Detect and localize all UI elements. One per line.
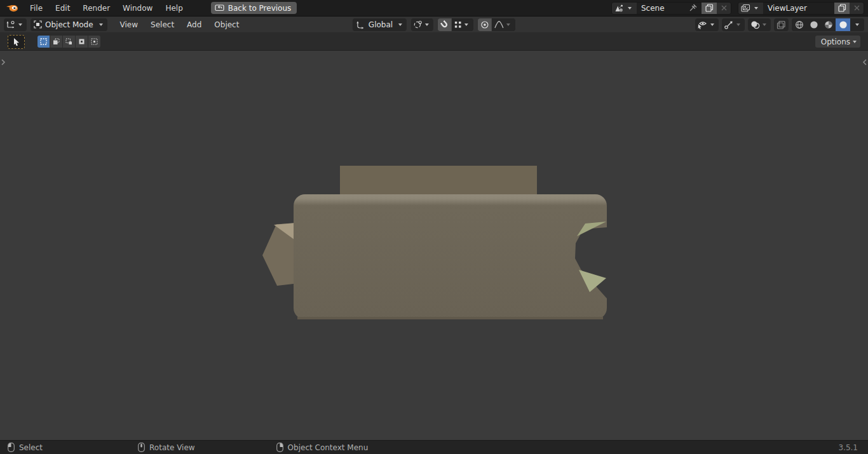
viewlayer-selector: ViewLayer [738,2,864,15]
show-object-types-dropdown[interactable] [695,18,719,31]
duplicate-icon [705,4,714,12]
right-mouse-button-icon [276,443,283,452]
blender-logo-icon[interactable] [4,3,24,13]
select-mode-extend[interactable] [50,36,62,48]
editor-type-button[interactable] [4,18,27,31]
material-sphere-icon [824,20,833,29]
snap-with-dropdown[interactable] [452,18,473,31]
scene-selector: Scene [611,2,731,15]
duplicate-icon [838,4,846,12]
shading-rendered-button[interactable] [836,18,850,31]
menu-add[interactable]: Add [180,17,208,32]
tool-options-dropdown[interactable]: Options [815,36,860,48]
falloff-curve-icon [494,20,504,29]
chevron-down-icon [18,23,22,26]
status-keymap-rotate: Rotate View [138,443,195,452]
shading-solid-button[interactable] [806,18,821,31]
options-label: Options [821,37,850,46]
select-mode-invert[interactable] [76,36,88,48]
select-mode-subtract[interactable] [63,36,75,48]
shading-wireframe-button[interactable] [792,18,806,31]
shading-options-dropdown[interactable] [850,18,864,31]
scene-name: Scene [641,4,685,13]
proportional-edit-group [478,18,515,31]
viewport-header: Object Mode View Select Add Object Globa… [0,17,868,33]
snap-toggle-button[interactable] [438,18,452,31]
tool-settings-bar: Options [0,33,868,51]
menu-view[interactable]: View [114,17,144,32]
gizmo-icon [724,20,734,29]
cursor-icon [12,37,20,46]
show-gizmo-dropdown[interactable] [722,18,745,31]
select-intersect-icon [91,38,98,45]
scene-browse-button[interactable] [612,3,637,14]
scene-icon [614,4,624,13]
chevron-down-icon [465,23,468,26]
menu-object[interactable]: Object [208,17,245,32]
shading-material-button[interactable] [821,18,836,31]
proportional-editing-toggle[interactable] [478,18,492,31]
menu-file[interactable]: File [24,0,49,16]
chevron-down-icon [710,23,714,26]
pivot-point-dropdown[interactable] [411,18,433,31]
menu-help[interactable]: Help [159,0,189,16]
header-right-controls [695,18,864,31]
toolbar-expand-arrow[interactable] [1,58,6,68]
solid-sphere-icon [810,20,818,29]
left-mouse-button-icon [8,443,15,452]
select-extend-icon [53,38,60,45]
overlays-icon [750,20,760,29]
chevron-down-icon [855,23,859,26]
menu-select[interactable]: Select [144,17,180,32]
show-overlays-dropdown[interactable] [748,18,771,31]
viewlayer-delete-button[interactable] [850,3,864,14]
header-center-controls: Global [353,18,515,31]
middle-mouse-button-icon [138,443,145,452]
status-rotate-label: Rotate View [149,443,195,452]
active-tool-select-box[interactable] [8,35,25,49]
viewlayer-new-button[interactable] [834,3,850,14]
scene-delete-button[interactable] [717,3,731,14]
shading-group [792,18,864,31]
viewport-3d[interactable] [0,51,868,440]
select-mode-group [37,36,100,48]
transform-orientation-dropdown[interactable]: Global [353,18,407,31]
back-to-previous-button[interactable]: Back to Previous [211,2,297,14]
scene-name-field[interactable]: Scene [637,3,702,14]
mode-label: Object Mode [42,20,97,29]
select-set-icon [40,38,47,45]
sidebar-expand-arrow[interactable] [862,58,867,68]
viewlayer-name: ViewLayer [768,4,830,13]
mode-dropdown[interactable]: Object Mode [31,18,107,31]
viewlayer-name-field[interactable]: ViewLayer [763,3,834,14]
xray-icon [776,20,786,29]
3d-scene [0,51,868,440]
rendered-sphere-icon [839,20,848,29]
chevron-down-icon [99,23,103,26]
menu-edit[interactable]: Edit [49,0,76,16]
viewlayer-browse-button[interactable] [738,3,763,14]
snap-increment-icon [454,21,462,29]
visibility-eye-icon [697,20,708,29]
xray-toggle[interactable] [774,18,789,31]
select-mode-intersect[interactable] [88,36,100,48]
chevron-down-icon [763,23,766,26]
viewlayer-icon [741,4,750,13]
close-icon [854,5,860,11]
snapping-group [438,18,473,31]
close-icon [721,5,727,11]
proportional-falloff-dropdown[interactable] [492,18,515,31]
status-select-label: Select [19,443,43,452]
select-subtract-icon [65,38,72,45]
status-context-menu-label: Object Context Menu [288,443,369,452]
blender-version: 3.5.1 [838,443,860,452]
menu-window[interactable]: Window [116,0,159,16]
back-screen-icon [215,4,224,12]
sofa-object[interactable] [262,166,607,319]
select-mode-set[interactable] [37,36,50,48]
scene-new-button[interactable] [702,3,717,14]
status-keymap-context-menu: Object Context Menu [276,443,369,452]
menu-render[interactable]: Render [76,0,116,16]
pin-icon[interactable] [689,4,697,12]
chevron-down-icon [506,23,510,26]
